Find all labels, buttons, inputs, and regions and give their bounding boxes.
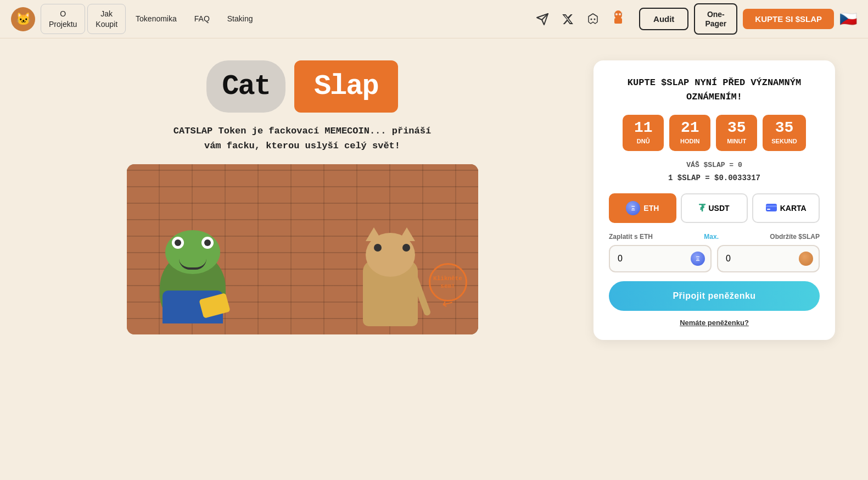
input-row: Ξ	[609, 245, 820, 272]
connect-wallet-button[interactable]: Připojit peněženku	[609, 281, 820, 311]
pay-eth-button[interactable]: Ξ ETH	[609, 193, 676, 223]
left-section: Cat Slap CATSLAP Token je fackovací MEME…	[33, 60, 572, 334]
click-bubble[interactable]: Klikněte sem! ↙	[429, 263, 473, 307]
svg-rect-9	[767, 209, 770, 210]
svg-point-6	[619, 13, 621, 15]
nav-right: Audit One-Pager KUPTE SI $SLAP 🇨🇿	[639, 3, 857, 35]
pay-usdt-button[interactable]: ₮ USDT	[681, 193, 748, 223]
pay-karta-button[interactable]: KARTA	[752, 193, 820, 223]
discord-icon[interactable]	[583, 9, 603, 29]
receive-input-group	[717, 245, 820, 272]
nav-item-tokenomika[interactable]: Tokenomika	[128, 9, 184, 28]
pay-input-group: Ξ	[609, 245, 712, 272]
rate-display: 1 $SLAP = $0.0033317	[609, 174, 820, 182]
karta-label: KARTA	[780, 204, 807, 213]
balance-display: VÁŠ $SLAP = 0	[609, 161, 820, 169]
countdown-days: 11 Dnů	[623, 115, 664, 151]
slap-logo: Slap	[294, 60, 398, 113]
buy-button[interactable]: KUPTE SI $SLAP	[743, 9, 834, 29]
warrior-icon[interactable]	[608, 9, 628, 29]
countdown-hours: 21 Hodin	[669, 115, 710, 151]
navbar: 🐱 OProjektu JakKoupit Tokenomika FAQ Sta…	[0, 0, 868, 38]
nav-item-faq[interactable]: FAQ	[187, 9, 217, 28]
pay-label: Zaplatit s ETH	[609, 233, 653, 241]
language-flag[interactable]: 🇨🇿	[839, 10, 857, 27]
logo-group: Cat Slap	[206, 60, 397, 113]
svg-point-5	[615, 13, 618, 15]
nav-links: OProjektu JakKoupit Tokenomika FAQ Staki…	[41, 4, 522, 34]
main-content: Cat Slap CATSLAP Token je fackovací MEME…	[0, 38, 868, 356]
pay-token-icon: Ξ	[691, 252, 705, 266]
usdt-icon: ₮	[699, 202, 705, 214]
max-label[interactable]: Max.	[704, 233, 719, 241]
logo-emoji: 🐱	[16, 12, 31, 26]
audit-button[interactable]: Audit	[639, 8, 688, 30]
usdt-label: USDT	[708, 204, 729, 213]
eth-icon: Ξ	[626, 201, 640, 215]
countdown-minutes: 35 Minut	[716, 115, 757, 151]
twitter-x-icon[interactable]	[558, 9, 578, 29]
svg-point-2	[594, 18, 596, 20]
eth-label: ETH	[643, 204, 659, 213]
onepager-button[interactable]: One-Pager	[694, 3, 737, 35]
nav-item-staking[interactable]: Staking	[220, 9, 261, 28]
telegram-icon[interactable]	[533, 9, 552, 29]
cat-character	[346, 222, 434, 326]
svg-rect-8	[766, 205, 777, 207]
no-wallet-link[interactable]: Nemáte peněženku?	[609, 319, 820, 327]
nav-item-o-projektu[interactable]: OProjektu	[41, 4, 85, 34]
widget-title: KUPTE $SLAP NYNÍ PŘED VÝZNAMNÝMOZNÁMENÍM…	[609, 76, 820, 104]
nav-item-jak-koupit[interactable]: JakKoupit	[87, 4, 126, 34]
input-labels: Zaplatit s ETH Max. Obdržíte $SLAP	[609, 233, 820, 241]
cat-logo: Cat	[206, 60, 285, 113]
presale-widget: KUPTE $SLAP NYNÍ PŘED VÝZNAMNÝMOZNÁMENÍM…	[593, 60, 835, 340]
countdown-seconds: 35 Sekund	[763, 115, 805, 151]
countdown: 11 Dnů 21 Hodin 35 Minut 35 Sekund	[609, 115, 820, 151]
hero-image[interactable]: Klikněte sem! ↙	[127, 164, 478, 334]
right-section: KUPTE $SLAP NYNÍ PŘED VÝZNAMNÝMOZNÁMENÍM…	[593, 60, 835, 340]
receive-label: Obdržíte $SLAP	[770, 233, 820, 241]
frog-character	[160, 241, 226, 323]
card-icon	[766, 203, 777, 214]
slap-token-icon	[799, 252, 813, 266]
svg-rect-4	[614, 18, 622, 24]
payment-methods: Ξ ETH ₮ USDT KARTA	[609, 193, 820, 223]
svg-point-3	[614, 10, 622, 19]
social-icons	[533, 9, 628, 29]
hero-text: CATSLAP Token je fackovací MEMECOIN... p…	[173, 124, 431, 153]
site-logo[interactable]: 🐱	[11, 7, 35, 31]
svg-marker-0	[589, 14, 597, 24]
svg-rect-7	[766, 204, 777, 211]
svg-point-1	[591, 18, 592, 20]
